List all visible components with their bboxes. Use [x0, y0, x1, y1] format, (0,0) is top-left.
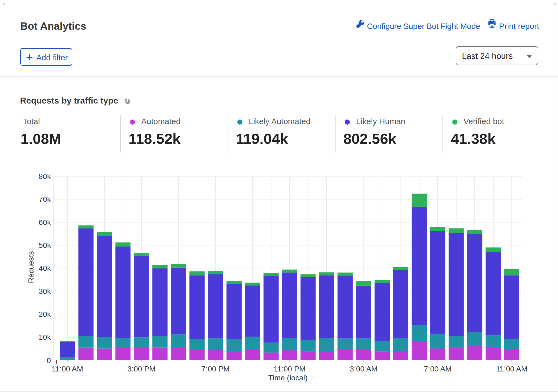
- svg-text:10k: 10k: [39, 333, 51, 341]
- svg-text:80k: 80k: [39, 172, 51, 181]
- svg-text:20k: 20k: [39, 310, 51, 318]
- svg-text:11:00 AM: 11:00 AM: [52, 365, 83, 373]
- svg-text:7:00 AM: 7:00 AM: [424, 365, 452, 373]
- svg-text:Requests: Requests: [27, 251, 35, 283]
- svg-text:11:00 PM: 11:00 PM: [274, 365, 306, 373]
- svg-text:0: 0: [47, 356, 51, 365]
- svg-text:30k: 30k: [39, 287, 51, 295]
- svg-text:7:00 PM: 7:00 PM: [201, 365, 229, 373]
- svg-text:50k: 50k: [39, 241, 51, 250]
- svg-text:70k: 70k: [39, 195, 51, 204]
- svg-text:40k: 40k: [39, 264, 51, 273]
- svg-text:11:00 AM: 11:00 AM: [496, 365, 527, 373]
- svg-text:3:00 AM: 3:00 AM: [350, 365, 378, 373]
- svg-text:3:00 PM: 3:00 PM: [127, 365, 156, 373]
- svg-text:60k: 60k: [39, 218, 51, 227]
- svg-text:Time (local): Time (local): [268, 374, 307, 382]
